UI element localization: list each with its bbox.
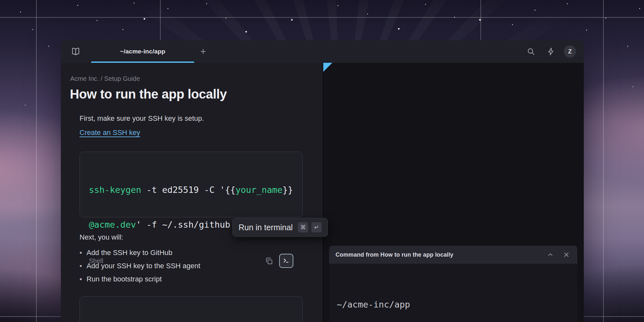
bullet-icon: • bbox=[80, 259, 82, 272]
tooltip-label: Run in terminal bbox=[239, 223, 293, 232]
background-stars bbox=[0, 0, 1, 1]
command-panel-actions bbox=[546, 250, 571, 259]
copy-icon[interactable] bbox=[263, 255, 275, 267]
code-actions bbox=[263, 254, 293, 268]
terminal-cwd: ~/acme-inc/app bbox=[337, 298, 571, 310]
page-title: How to run the app locally bbox=[70, 87, 323, 101]
list-item-text: Add your SSH key to the SSH agent bbox=[87, 259, 200, 272]
code-block-bootstrap: # if you don't have this yet bbox=[80, 296, 303, 322]
bullet-icon: • bbox=[80, 272, 82, 286]
collapse-chevron-up-icon[interactable] bbox=[546, 250, 555, 259]
terminal-pane[interactable]: Command from How to run the app locally bbox=[323, 63, 584, 322]
desktop-background: ~/acme-inc/app + Z bbox=[0, 0, 644, 322]
list-item-text: Run the bootstrap script bbox=[87, 272, 162, 286]
bullet-icon: • bbox=[80, 246, 82, 259]
intro-text: First, make sure your SSH key is setup. bbox=[80, 114, 323, 123]
pane-corner-marker-icon bbox=[323, 63, 332, 72]
close-icon[interactable] bbox=[562, 250, 571, 259]
tab-bar-actions: Z bbox=[524, 44, 576, 59]
command-panel-header: Command from How to run the app locally bbox=[329, 246, 577, 264]
breadcrumb: Acme Inc. / Setup Guide bbox=[70, 75, 323, 82]
avatar[interactable]: Z bbox=[564, 45, 576, 58]
tab-bar: ~/acme-inc/app + Z bbox=[61, 40, 584, 63]
notebook-pane: Acme Inc. / Setup Guide How to run the a… bbox=[61, 63, 323, 322]
code-block-ssh-keygen: ssh-keygen -t ed25519 -C '{{your_name}} … bbox=[80, 152, 303, 217]
terminal-app-window: ~/acme-inc/app + Z bbox=[61, 40, 584, 322]
run-in-terminal-tooltip: Run in terminal ⌘ ↵ bbox=[232, 218, 328, 237]
search-icon[interactable] bbox=[524, 44, 538, 59]
run-in-terminal-button[interactable] bbox=[279, 254, 293, 268]
tab-title: ~/acme-inc/app bbox=[120, 48, 166, 55]
create-ssh-key-link[interactable]: Create an SSH key bbox=[80, 128, 140, 137]
terminal-output[interactable]: ~/acme-inc/app ssh-keygen -t ed25519 -C … bbox=[329, 264, 577, 322]
return-keycap-icon: ↵ bbox=[311, 222, 322, 232]
list-item-text: Add the SSH key to GitHub bbox=[87, 246, 173, 259]
tab-acme-inc-app[interactable]: ~/acme-inc/app bbox=[91, 40, 194, 63]
lightning-icon[interactable] bbox=[544, 44, 558, 59]
notebook-icon[interactable] bbox=[69, 44, 83, 59]
command-panel: Command from How to run the app locally bbox=[329, 246, 577, 322]
command-keycap-icon: ⌘ bbox=[298, 222, 308, 232]
split-panes: Acme Inc. / Setup Guide How to run the a… bbox=[61, 63, 584, 322]
avatar-initial: Z bbox=[568, 48, 572, 55]
new-tab-button[interactable]: + bbox=[197, 44, 209, 59]
command-panel-title: Command from How to run the app locally bbox=[336, 251, 453, 258]
list-item: • Run the bootstrap script bbox=[80, 272, 323, 286]
code-line-1: ssh-keygen -t ed25519 -C '{{your_name}} bbox=[89, 184, 293, 196]
code-content: # if you don't have this yet bbox=[89, 305, 293, 322]
